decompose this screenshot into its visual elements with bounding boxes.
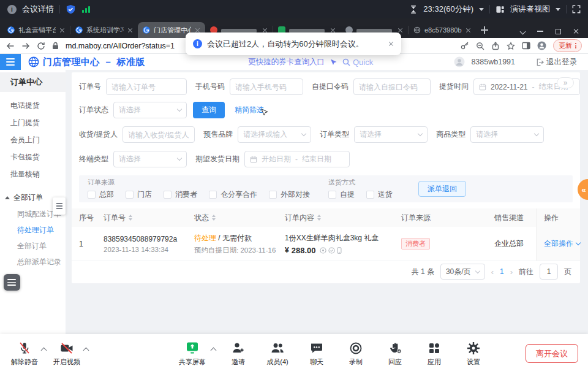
page-size-select[interactable]: 30条/页 [440,264,485,280]
zoom-icon[interactable] [476,42,484,50]
goto-page-input[interactable] [540,264,558,280]
sort-icon[interactable] [317,215,321,221]
share-screen-button[interactable]: 共享屏幕 [175,340,210,367]
chat-button[interactable]: 聊天 [299,340,334,367]
meeting-task-list-button[interactable] [4,274,20,291]
prev-page-icon[interactable]: ‹ [491,267,494,277]
tab-close-icon[interactable] [466,28,471,33]
shared-cursor-icon [260,109,268,116]
logout-button[interactable]: 退出登录 [546,57,577,67]
goods-type-select[interactable]: 请选择 [470,126,544,143]
fullscreen-icon[interactable] [572,5,581,13]
view-dropdown-icon[interactable] [556,8,560,11]
sidebar-item-member-visit[interactable]: 会员上门 [0,131,66,148]
sidebar-subitem-hq-dispatch[interactable]: 总部派单记录 [0,254,66,270]
settings-button[interactable]: 设置 [456,340,491,367]
unmute-button[interactable]: 解除静音 [5,340,44,367]
phone-input[interactable] [230,78,303,95]
search-button[interactable]: 查询 [193,102,225,118]
sidebar-toggle-button[interactable] [0,54,21,70]
tab-close-icon[interactable] [59,28,65,33]
sidebar-item-card-pickup[interactable]: 卡包提货 [0,148,66,166]
members-button[interactable]: 成员(4) [260,340,295,367]
sort-icon[interactable] [129,215,132,221]
forward-icon[interactable] [21,42,30,50]
terminal-type-select[interactable]: 请选择 [113,151,187,167]
pickup-code-input[interactable] [353,78,431,95]
sidebar-item-phone-pickup[interactable]: 电话提货 [0,97,66,114]
tab-close-icon[interactable] [127,28,133,33]
current-page[interactable]: 1 [500,267,504,276]
apps-button[interactable]: 应用 [417,340,452,367]
profile-avatar-icon[interactable] [537,41,546,50]
browser-tab[interactable]: e8c573980b1328a258fd2e6f8 [409,22,476,38]
tool-label: 成员(4) [266,357,288,367]
checkbox-hq[interactable]: 总部 [88,189,114,200]
checkbox-icon [126,191,134,199]
filter-collapse-button[interactable]: » [557,77,574,88]
checkbox-warehouse-coop[interactable]: 仓分享合作 [209,189,257,200]
quick-search-link[interactable]: Quick [342,58,373,67]
order-status-select[interactable]: 请选择 [113,102,187,118]
checkbox-external[interactable]: 外部对接 [269,189,310,200]
sort-icon[interactable] [212,215,216,221]
checkbox-consumer[interactable]: 消费者 [164,189,197,200]
shield-check-icon[interactable] [66,4,76,15]
dispatch-return-button[interactable]: 派单退回 [418,181,466,197]
browser-tab[interactable]: 礼盒营销平台管理中心 [2,22,70,38]
reload-icon[interactable] [37,42,45,50]
bookmark-star-icon[interactable] [507,42,515,50]
close-window-icon[interactable] [573,28,579,34]
side-panel-icon[interactable] [522,42,530,50]
reactions-button[interactable]: 回应 [377,340,413,367]
receiver-input[interactable] [123,126,195,143]
password-key-icon[interactable] [461,42,469,50]
address-bar[interactable]: md.maboy.cn/AllOrder?status=1 [66,42,175,50]
expect-date-range[interactable]: 开始日期 - 结束日期 [244,151,350,167]
page-size-value: 30条/页 [446,267,471,277]
browser-tab[interactable]: 系统培训学习 [70,22,138,38]
col-order-no[interactable]: 订单号 [96,213,187,223]
minimize-icon[interactable] [537,31,543,31]
checkbox-self-pickup[interactable]: 自提 [328,189,355,200]
col-content[interactable]: 订单内容 [277,213,394,223]
sidebar-collapse-handle[interactable] [53,197,66,215]
sidebar-subitem-all-orders[interactable]: 全部订单 [0,238,66,254]
checkbox-delivery[interactable]: 送货 [366,189,393,200]
col-status[interactable]: 状态 [187,213,277,223]
timer-dropdown-icon[interactable] [479,8,484,11]
back-icon[interactable] [6,42,15,50]
browser-update-button[interactable]: 更新 [553,39,582,52]
toast-close-icon[interactable] [388,41,394,47]
leave-meeting-button[interactable]: 离开会议 [526,344,578,363]
lock-icon[interactable] [52,42,59,50]
share-icon[interactable] [491,42,500,50]
record-button[interactable]: 录制 [338,340,374,367]
invite-person-icon [231,340,246,356]
new-tab-icon[interactable] [481,26,488,34]
order-source-group: 订单来源 总部 门店 消费者 仓分享合作 外部对接 [88,178,310,200]
start-video-button[interactable]: 开启视频 [47,340,86,367]
network-signal-icon[interactable] [81,5,91,13]
sidebar-item-batch-verify[interactable]: 批量核销 [0,166,66,183]
app-title: 门店管理中心 － 标准版 [28,56,145,68]
all-actions-link[interactable]: 全部操作 [544,239,573,249]
sidebar-subitem-pending-orders[interactable]: 待处理订单 [0,222,66,238]
order-type-select[interactable]: 请选择 [354,126,428,143]
share-options-caret[interactable] [211,348,217,354]
invite-button[interactable]: 邀请 [221,340,256,367]
simple-filter-link[interactable]: 精简筛选 [235,105,264,115]
tab-close-icon[interactable] [398,28,403,33]
sidebar-item-door-pickup[interactable]: 上门提货 [0,114,66,131]
coupon-query-link[interactable]: 更快捷的券卡查询入口 [248,57,325,67]
presale-brand-select[interactable]: 请选择或输入 [238,126,311,143]
tab-search-icon[interactable] [520,28,526,34]
next-page-icon[interactable]: › [510,267,513,277]
view-mode-label[interactable]: 演讲者视图 [510,4,550,15]
restore-icon[interactable] [556,29,561,34]
checkbox-label: 门店 [137,189,152,200]
order-no-input[interactable] [106,78,187,95]
col-action: 操作 [536,208,580,227]
checkbox-store[interactable]: 门店 [126,189,152,200]
meeting-details-label[interactable]: 会议详情 [22,4,54,15]
